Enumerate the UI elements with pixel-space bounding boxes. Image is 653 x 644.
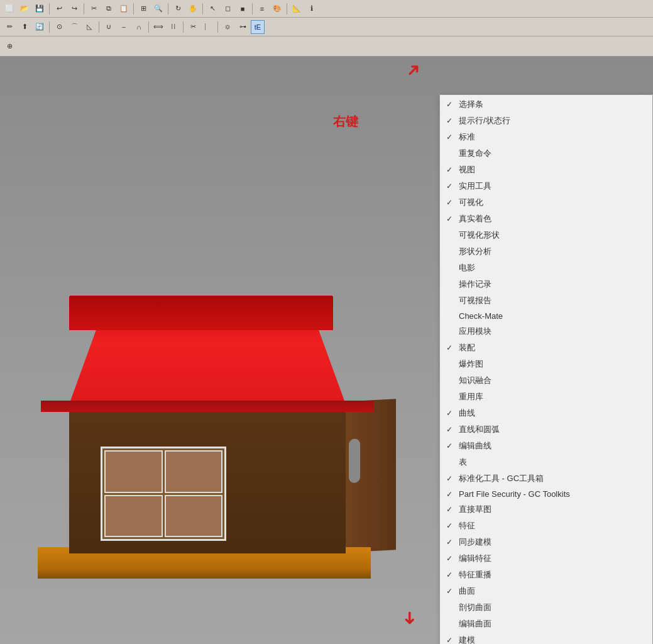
toolbar-sep-7: [287, 3, 287, 14]
menu-item-qumian[interactable]: 曲面: [440, 583, 652, 599]
menu-item-zhuangpei[interactable]: 装配: [440, 340, 652, 356]
menu-item-label-tishi: 提示行/状态行: [459, 115, 510, 126]
toolbar-btn-redo[interactable]: ↪: [67, 2, 81, 16]
toolbar-btn-mirror[interactable]: ⟺: [151, 20, 165, 34]
menu-item-zhishironghui[interactable]: 知识融合: [440, 372, 652, 389]
wall-front: [69, 402, 346, 553]
toolbar-btn-info[interactable]: ℹ: [305, 2, 319, 16]
toolbar-btn-trim[interactable]: ✂: [186, 20, 200, 34]
menu-item-baozha[interactable]: 爆炸图: [440, 356, 652, 372]
toolbar-btn-render[interactable]: 🎨: [270, 2, 284, 16]
menu-item-tezheng[interactable]: 特征: [440, 518, 652, 534]
toolbar-btn-chamfer[interactable]: ◺: [82, 20, 96, 34]
toolbar-sep-5: [202, 3, 203, 14]
menu-item-keshihuaxingzhuang[interactable]: 可视化形状: [440, 227, 652, 243]
menu-item-label-chongfu: 重复命令: [459, 148, 491, 159]
toolbar-btn-boolean-intersect[interactable]: ∩: [132, 20, 146, 34]
toolbar-btn-revolve[interactable]: 🔄: [33, 20, 47, 34]
menu-item-label-dianying: 电影: [459, 262, 475, 274]
menu-item-yingyongmokuai[interactable]: 应用模块: [440, 323, 652, 340]
toolbar-btn-zoom[interactable]: 🔍: [151, 2, 165, 16]
menu-item-shitu[interactable]: 视图: [440, 162, 652, 178]
menu-item-keshihuabaogao[interactable]: 可视报告: [440, 292, 652, 309]
menu-item-jianjian[interactable]: 建模: [440, 632, 652, 644]
toolbar-btn-layer[interactable]: ≡: [255, 2, 269, 16]
toolbar-area: ⬜ 📂 💾 ↩ ↪ ✂ ⧉ 📋 ⊞ 🔍 ↻ ✋ ↖ ◻ ■ ≡ 🎨 📐 ℹ ✏ …: [0, 0, 653, 57]
right-click-label: 右键: [333, 113, 358, 130]
toolbar-btn-undo[interactable]: ↩: [52, 2, 66, 16]
toolbar-btn-shade[interactable]: ■: [236, 2, 250, 16]
menu-item-label-qieqiequmian: 剖切曲面: [459, 602, 491, 613]
toolbar-sep-9: [99, 21, 99, 33]
menu-item-label-yingyongmokuai: 应用模块: [459, 326, 491, 337]
toolbar-btn-pattern[interactable]: ⁞⁞: [167, 20, 180, 34]
toolbar-btn-open[interactable]: 📂: [18, 2, 31, 16]
menu-item-keshihua[interactable]: 可视化: [440, 194, 652, 211]
menu-item-chongfu[interactable]: 重复命令: [440, 145, 652, 162]
menu-item-tezhengchongbo[interactable]: 特征重播: [440, 567, 652, 583]
toolbar-btn-wireframe[interactable]: ◻: [221, 2, 234, 16]
toolbar-sep-1: [49, 3, 50, 14]
menu-item-biaozhun[interactable]: 标准: [440, 129, 652, 145]
toolbar-btn-boolean-subtract[interactable]: −: [117, 20, 131, 34]
menu-item-biao[interactable]: 表: [440, 454, 652, 470]
menu-item-checkmate[interactable]: Check-Mate: [440, 309, 652, 323]
toolbar-btn-fillet[interactable]: ⌒: [67, 20, 81, 34]
menu-item-zhenshi[interactable]: 真实着色: [440, 211, 652, 227]
menu-item-quxian[interactable]: 曲线: [440, 405, 652, 421]
menu-item-bianjiqu[interactable]: 编辑曲线: [440, 438, 652, 454]
toolbar-btn-assembly[interactable]: ⛭: [221, 20, 234, 34]
toolbar-btn-new[interactable]: ⬜: [3, 2, 16, 16]
menu-item-zhixianyuanhuo[interactable]: 直线和圆弧: [440, 421, 652, 438]
menu-item-tishi[interactable]: 提示行/状态行: [440, 113, 652, 129]
menu-item-label-keshihuaxingzhuang: 可视化形状: [459, 230, 500, 241]
menu-item-label-baozha: 爆炸图: [459, 358, 483, 370]
menu-item-label-zhixianyuanhuo: 直线和圆弧: [459, 424, 500, 435]
window-pane-tl: [104, 450, 163, 493]
toolbar-sep-11: [183, 21, 184, 33]
toolbar-btn-save[interactable]: 💾: [33, 2, 47, 16]
menu-item-zhongyongku[interactable]: 重用库: [440, 389, 652, 405]
menu-item-biaozhunhua[interactable]: 标准化工具 - GC工具箱: [440, 470, 652, 487]
toolbar-btn-cut[interactable]: ✂: [87, 2, 101, 16]
menu-item-caozuojilu[interactable]: 操作记录: [440, 276, 652, 292]
toolbar-btn-active[interactable]: tE: [251, 20, 265, 34]
menu-item-bianjiTezheng[interactable]: 编辑特征: [440, 550, 652, 567]
toolbar-btn-coord[interactable]: ⊕: [3, 39, 16, 53]
menu-item-zhijiecaotu[interactable]: 直接草图: [440, 501, 652, 518]
toolbar-btn-sketch[interactable]: ✏: [3, 20, 16, 34]
toolbar-btn-hole[interactable]: ⊙: [52, 20, 66, 34]
toolbar-btn-select[interactable]: ↖: [206, 2, 219, 16]
menu-item-dianying[interactable]: 电影: [440, 260, 652, 276]
toolbar-btn-copy[interactable]: ⧉: [102, 2, 116, 16]
menu-item-shiyong[interactable]: 实用工具: [440, 178, 652, 194]
menu-item-label-partfilesecurity: Part File Security - GC Toolkits: [459, 489, 570, 499]
menu-item-label-tezheng: 特征: [459, 520, 475, 531]
menu-item-xingzhuangfenxi[interactable]: 形状分析: [440, 243, 652, 260]
toolbar-btn-paste[interactable]: 📋: [117, 2, 131, 16]
menu-item-bianjiqumian[interactable]: 编辑曲面: [440, 616, 652, 632]
menu-item-label-xingzhuangfenxi: 形状分析: [459, 246, 491, 257]
door-handle: [349, 438, 360, 483]
context-menu: 选择条提示行/状态行标准重复命令视图实用工具可视化真实着色可视化形状形状分析电影…: [439, 94, 653, 644]
menu-item-label-jianjian: 建模: [459, 635, 475, 644]
toolbar-btn-constraint[interactable]: ⊶: [236, 20, 250, 34]
menu-item-label-shitu: 视图: [459, 164, 475, 175]
roof-bottom-edge: [41, 401, 374, 412]
menu-item-label-quxian: 曲线: [459, 408, 475, 419]
toolbar-btn-boolean-unite[interactable]: ∪: [102, 20, 116, 34]
toolbar-btn-rotate[interactable]: ↻: [171, 2, 185, 16]
toolbar-row-2: ✏ ⬆ 🔄 ⊙ ⌒ ◺ ∪ − ∩ ⟺ ⁞⁞ ✂ ⎸ ⛭ ⊶ tE: [0, 18, 653, 36]
menu-item-xuanze[interactable]: 选择条: [440, 96, 652, 113]
menu-item-tongbujianmo[interactable]: 同步建模: [440, 534, 652, 550]
menu-item-qieqiequmian[interactable]: 剖切曲面: [440, 599, 652, 616]
menu-item-partfilesecurity[interactable]: Part File Security - GC Toolkits: [440, 487, 652, 501]
toolbar-btn-fit[interactable]: ⊞: [136, 2, 150, 16]
toolbar-btn-measure[interactable]: 📐: [290, 2, 304, 16]
toolbar-btn-split[interactable]: ⎸: [201, 20, 215, 34]
toolbar-btn-extrude[interactable]: ⬆: [18, 20, 31, 34]
toolbar-btn-pan[interactable]: ✋: [186, 2, 200, 16]
menu-item-label-biao: 表: [459, 457, 467, 468]
toolbar-sep-4: [168, 3, 168, 14]
menu-item-label-bianjiqumian: 编辑曲面: [459, 618, 491, 630]
